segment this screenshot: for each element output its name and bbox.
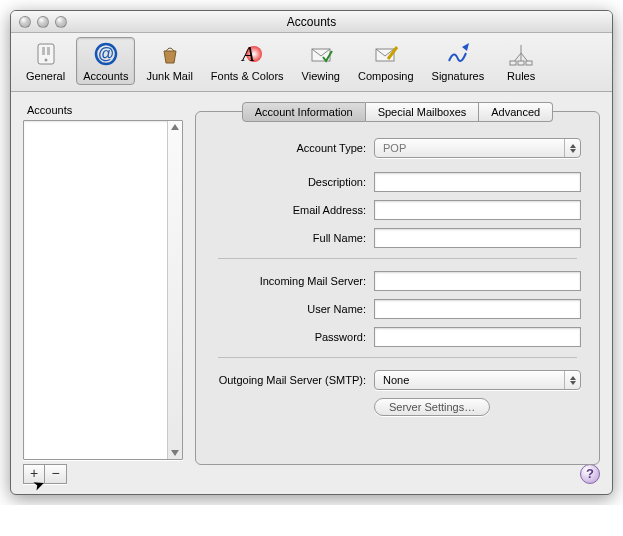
tab-account-information[interactable]: Account Information (242, 102, 366, 122)
rules-icon (505, 40, 537, 68)
content-area: Accounts + − Account Information Special… (11, 92, 612, 494)
svg-rect-10 (510, 61, 516, 65)
toolbar-label: Signatures (432, 70, 485, 82)
username-label: User Name: (214, 303, 374, 315)
toolbar-label: Fonts & Colors (211, 70, 284, 82)
toolbar-label: Viewing (302, 70, 340, 82)
svg-rect-11 (518, 61, 524, 65)
sidebar-heading: Accounts (23, 102, 183, 120)
rules-tab[interactable]: Rules (495, 37, 547, 85)
svg-point-3 (44, 59, 47, 62)
at-sign-icon: @ (90, 40, 122, 68)
svg-rect-1 (42, 47, 45, 55)
general-tab[interactable]: General (19, 37, 72, 85)
fonts-colors-tab[interactable]: A Fonts & Colors (204, 37, 291, 85)
account-type-value: POP (383, 142, 406, 154)
account-type-label: Account Type: (214, 142, 374, 154)
email-field[interactable] (374, 200, 581, 220)
composing-tab[interactable]: Composing (351, 37, 421, 85)
titlebar: Accounts (11, 11, 612, 33)
toolbar-label: Junk Mail (146, 70, 192, 82)
panel-tabs: Account Information Special Mailboxes Ad… (195, 102, 600, 121)
font-color-icon: A (231, 40, 263, 68)
compose-icon (370, 40, 402, 68)
description-field[interactable] (374, 172, 581, 192)
svg-rect-2 (47, 47, 50, 55)
email-label: Email Address: (214, 204, 374, 216)
tab-advanced[interactable]: Advanced (479, 102, 553, 122)
incoming-label: Incoming Mail Server: (214, 275, 374, 287)
viewing-tab[interactable]: Viewing (295, 37, 347, 85)
stepper-icon (564, 139, 580, 157)
envelope-check-icon (305, 40, 337, 68)
accounts-list[interactable] (23, 120, 183, 460)
smtp-value: None (383, 374, 409, 386)
svg-rect-12 (526, 61, 532, 65)
account-type-select[interactable]: POP (374, 138, 581, 158)
fullname-field[interactable] (374, 228, 581, 248)
fullname-label: Full Name: (214, 232, 374, 244)
svg-text:@: @ (98, 45, 114, 62)
signatures-tab[interactable]: Signatures (425, 37, 492, 85)
toolbar: General @ Accounts Junk Mail A Fonts & C… (11, 33, 612, 92)
toolbar-label: Accounts (83, 70, 128, 82)
svg-text:A: A (240, 43, 255, 65)
scrollbar[interactable] (167, 121, 182, 459)
switch-icon (30, 40, 62, 68)
smtp-label: Outgoing Mail Server (SMTP): (214, 374, 374, 386)
junk-mail-tab[interactable]: Junk Mail (139, 37, 199, 85)
accounts-sidebar: Accounts + − (23, 102, 183, 484)
smtp-select[interactable]: None (374, 370, 581, 390)
toolbar-label: Rules (507, 70, 535, 82)
password-label: Password: (214, 331, 374, 343)
toolbar-label: Composing (358, 70, 414, 82)
username-field[interactable] (374, 299, 581, 319)
preferences-window: Accounts General @ Accounts Junk Mail A … (10, 10, 613, 495)
toolbar-label: General (26, 70, 65, 82)
help-button[interactable]: ? (580, 464, 600, 484)
server-settings-button[interactable]: Server Settings… (374, 398, 490, 416)
accounts-tab[interactable]: @ Accounts (76, 37, 135, 85)
list-controls: + − (23, 464, 183, 484)
main-panel: Account Information Special Mailboxes Ad… (195, 102, 600, 484)
divider (218, 357, 577, 358)
stepper-icon (564, 371, 580, 389)
account-info-panel: Account Type: POP Description: Email Add… (195, 111, 600, 465)
divider (218, 258, 577, 259)
trash-bag-icon (154, 40, 186, 68)
signature-icon (442, 40, 474, 68)
description-label: Description: (214, 176, 374, 188)
remove-account-button[interactable]: − (45, 464, 67, 484)
tab-special-mailboxes[interactable]: Special Mailboxes (366, 102, 480, 122)
window-title: Accounts (11, 15, 612, 29)
password-field[interactable] (374, 327, 581, 347)
incoming-server-field[interactable] (374, 271, 581, 291)
